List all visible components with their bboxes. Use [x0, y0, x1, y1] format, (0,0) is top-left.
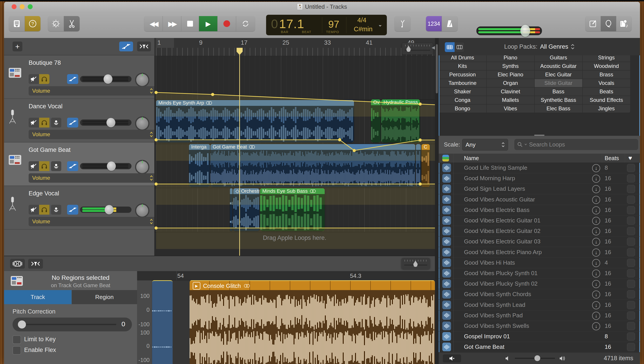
region-console-glitch-clip[interactable]: C: [421, 144, 430, 187]
category-synthetic-bass[interactable]: Synthetic Bass: [535, 96, 582, 104]
loop-row[interactable]: Good Life String Sample↓8: [439, 162, 640, 173]
loop-row[interactable]: Good Vibes Plucky Synth 02↓16: [439, 278, 640, 289]
loop-name[interactable]: Good Vibes Acoustic Guitar: [464, 196, 535, 203]
fader-knob[interactable]: [104, 74, 112, 84]
region-clip-sliver[interactable]: [230, 188, 233, 231]
category-tambourine[interactable]: Tambourine: [439, 79, 486, 87]
editor-region-previous[interactable]: [152, 280, 173, 364]
search-input[interactable]: [529, 141, 623, 148]
loop-name[interactable]: Good Vibes Hi Hats: [464, 259, 515, 266]
tab-track[interactable]: Track: [4, 290, 72, 304]
category-synths[interactable]: Synths: [487, 62, 534, 70]
loop-name[interactable]: Good Vibes Electric Piano Arp: [464, 249, 542, 256]
category-shaker[interactable]: Shaker: [439, 88, 486, 96]
region-clip-small[interactable]: [416, 144, 421, 187]
favorite-checkbox[interactable]: [627, 206, 635, 214]
play-button[interactable]: ▶: [199, 16, 218, 31]
region-interga[interactable]: Interga: [189, 144, 210, 187]
loop-row[interactable]: Good Vibes Plucky Synth 01↓16: [439, 268, 640, 279]
category-woodwind[interactable]: Woodwind: [583, 62, 630, 70]
tuner-button[interactable]: [395, 16, 410, 31]
category-clavinet[interactable]: Clavinet: [487, 88, 534, 96]
loop-name[interactable]: Good Vibes Electric Bass: [464, 206, 530, 214]
favorite-checkbox[interactable]: [627, 269, 635, 277]
mute-button[interactable]: [29, 74, 39, 84]
favorite-checkbox[interactable]: [627, 238, 635, 246]
loop-row[interactable]: Good Vibes Electric Bass↓16: [439, 205, 640, 216]
record-button[interactable]: [218, 16, 236, 31]
track-automation-button[interactable]: [67, 205, 78, 214]
editor-zoom-slider[interactable]: [401, 258, 430, 269]
volume-fader[interactable]: [80, 120, 131, 126]
loop-browser-button[interactable]: [601, 16, 616, 31]
fader-knob[interactable]: [106, 118, 115, 127]
category-vibes[interactable]: Vibes: [487, 104, 534, 112]
download-icon[interactable]: ↓: [592, 175, 600, 183]
loop-packs-selector[interactable]: Loop Packs: All Genres: [439, 38, 640, 56]
volume-fader[interactable]: [80, 206, 131, 213]
tab-region[interactable]: Region: [72, 290, 137, 304]
loop-row[interactable]: Good Vibes Hi Hats↓4: [439, 258, 640, 268]
pan-knob[interactable]: [135, 204, 149, 218]
track-name[interactable]: Boutique 78: [29, 60, 61, 66]
download-icon[interactable]: ↓: [592, 259, 600, 267]
track-header-dance-vocal[interactable]: Dance VocalLRVolume: [4, 99, 154, 142]
favorites-column-icon[interactable]: ♥: [628, 154, 632, 162]
automation-parameter-dropdown[interactable]: Volume: [29, 86, 156, 96]
category-elec-bass[interactable]: Elec Bass: [535, 104, 582, 112]
column-view-button[interactable]: [455, 42, 465, 52]
favorite-checkbox[interactable]: [627, 332, 635, 340]
download-icon[interactable]: ↓: [592, 217, 600, 225]
download-icon[interactable]: ↓: [592, 248, 600, 256]
beats-column-header[interactable]: Beats: [605, 155, 619, 162]
download-icon[interactable]: ↓: [592, 322, 600, 330]
automation-parameter-dropdown[interactable]: Volume: [29, 130, 156, 139]
favorite-checkbox[interactable]: [627, 248, 635, 256]
editor-waveform-area[interactable]: 54 54.3 ▶ Console Glitch 1: [137, 271, 435, 364]
region-minds-eye-sub-bass[interactable]: Minds Eye Sub Bass: [260, 188, 325, 231]
metronome-button[interactable]: [442, 16, 458, 31]
loop-name[interactable]: Good Vibes Synth Lead: [464, 302, 525, 308]
loop-row[interactable]: Good Sign Lead Layers↓16: [439, 184, 640, 194]
download-icon[interactable]: ↓: [592, 270, 600, 278]
category-mallets[interactable]: Mallets: [487, 96, 534, 104]
pitch-correction-slider[interactable]: 0: [13, 318, 132, 332]
loop-name[interactable]: Good Vibes Plucky Synth 01: [464, 270, 538, 277]
category-jingles[interactable]: Jingles: [583, 104, 630, 112]
limit-to-key-checkbox[interactable]: [13, 336, 21, 344]
loop-row[interactable]: Good Vibes Synth Swells↓16: [439, 321, 640, 332]
loop-name[interactable]: Good Vibes Electric Guitar 03: [464, 238, 540, 245]
loop-row[interactable]: Good Vibes Synth Lead↓16: [439, 300, 640, 310]
track-name[interactable]: Dance Vocal: [29, 103, 63, 110]
lcd-mode-chevron-icon[interactable]: ⌄: [378, 22, 382, 28]
automation-button[interactable]: [119, 42, 133, 51]
region-hydraulic-press[interactable]: Hydraulic Press: [381, 99, 420, 142]
loop-name[interactable]: Gospel Improv 01: [464, 333, 510, 340]
track-name[interactable]: Got Game Beat: [29, 146, 71, 154]
region-minds-eye-synth-arp[interactable]: Minds Eye Synth Arp: [156, 100, 354, 142]
mute-button[interactable]: [29, 118, 39, 128]
loop-name[interactable]: Good Sign Lead Layers: [464, 185, 525, 192]
loop-name[interactable]: Good Vibes Synth Pad: [464, 312, 523, 319]
add-track-button[interactable]: +: [13, 42, 22, 51]
grid-view-button[interactable]: [445, 42, 455, 52]
loop-name[interactable]: Good Life String Sample: [464, 164, 527, 171]
track-automation-button[interactable]: [67, 118, 78, 128]
loop-row[interactable]: Good Vibes Electric Guitar 03↓16: [439, 236, 640, 247]
download-icon[interactable]: ↓: [592, 206, 600, 214]
favorite-checkbox[interactable]: [627, 227, 635, 235]
favorite-checkbox[interactable]: [627, 343, 635, 351]
pan-knob[interactable]: [135, 73, 149, 87]
favorite-checkbox[interactable]: [627, 280, 635, 288]
track-automation-button[interactable]: [67, 74, 78, 84]
master-volume-knob[interactable]: [520, 25, 530, 37]
category-kits[interactable]: Kits: [439, 62, 486, 70]
download-icon[interactable]: ↓: [592, 164, 600, 172]
loop-name[interactable]: Good Vibes Synth Chords: [464, 291, 531, 298]
pitch-slider-knob[interactable]: [18, 320, 26, 328]
loop-name[interactable]: Good Vibes Synth Swells: [464, 322, 529, 330]
loop-name[interactable]: Good Vibes Electric Guitar 01: [464, 217, 540, 224]
stop-button[interactable]: [181, 16, 199, 31]
loop-row[interactable]: Good Vibes Synth Pad↓16: [439, 310, 640, 321]
editor-catch-playhead-button[interactable]: [28, 259, 43, 269]
